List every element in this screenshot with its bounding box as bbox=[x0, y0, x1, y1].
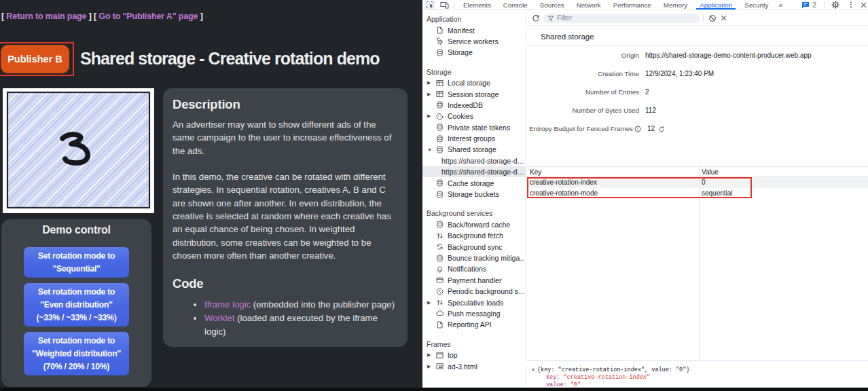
expand-triangle-icon[interactable]: ▶ bbox=[427, 352, 433, 358]
sidebar-item-local-storage[interactable]: ▶Local storage bbox=[422, 77, 526, 88]
expand-triangle-icon[interactable]: ▶ bbox=[427, 80, 433, 86]
close-devtools-icon[interactable] bbox=[858, 1, 868, 10]
publisher-a-link[interactable]: Go to "Publisher A" page bbox=[98, 12, 198, 21]
sidebar-item-push-messaging[interactable]: Push messaging bbox=[422, 308, 526, 319]
tab-elements[interactable]: Elements bbox=[457, 0, 497, 10]
sidebar-item-notifications[interactable]: Notifications bbox=[422, 263, 526, 274]
sidebar-item-payment-handler[interactable]: Payment handler bbox=[422, 275, 526, 286]
button-line: Set rotation mode to bbox=[26, 335, 126, 348]
sidebar-item-ad-3-html[interactable]: ▶ad-3.html bbox=[422, 360, 526, 371]
inspect-element-icon[interactable] bbox=[425, 1, 435, 10]
sidebar-item-session-storage[interactable]: ▶Session storage bbox=[422, 88, 526, 99]
collapse-triangle-icon[interactable]: ▼ bbox=[427, 147, 433, 152]
expand-triangle-icon[interactable]: ▶ bbox=[427, 300, 433, 305]
return-main-link[interactable]: Return to main page bbox=[6, 12, 86, 21]
clear-all-icon[interactable] bbox=[707, 13, 718, 24]
application-sidebar: ApplicationManifestService workersStorag… bbox=[422, 11, 526, 388]
entry-preview-pane: ▼ {key: "creative-rotation-index", value… bbox=[527, 360, 868, 388]
sidebar-item-periodic-background-s[interactable]: Periodic background s… bbox=[422, 286, 526, 297]
column-header-key[interactable]: Key bbox=[527, 167, 699, 176]
sidebar-item-cookies[interactable]: ▶Cookies bbox=[422, 111, 526, 122]
entry-key-cell[interactable]: creative-rotation-index bbox=[527, 177, 699, 188]
entry-value-cell[interactable]: sequential bbox=[699, 188, 736, 199]
sidebar-item-label: Notifications bbox=[448, 265, 524, 273]
sidebar-section-header: Frames bbox=[422, 339, 526, 350]
info-icon[interactable] bbox=[634, 126, 641, 132]
reset-budget-icon[interactable] bbox=[658, 126, 665, 132]
filter-box[interactable] bbox=[543, 14, 700, 23]
preview-property-key: key: "creative-rotation-index" bbox=[531, 374, 868, 381]
sidebar-item-speculative-loads[interactable]: ▶Speculative loads bbox=[422, 297, 526, 308]
issues-button[interactable]: 2 bbox=[797, 1, 820, 10]
shared-storage-report: Shared storage Originhttps://shared-stor… bbox=[527, 26, 868, 166]
sidebar-item-label: Bounce tracking mitiga… bbox=[448, 254, 524, 262]
device-toolbar-icon[interactable] bbox=[439, 1, 449, 10]
sidebar-item-back-forward-cache[interactable]: Back/forward cache bbox=[422, 219, 526, 230]
sidebar-item-cache-storage[interactable]: Cache storage bbox=[422, 177, 526, 188]
rotation-mode-button-0[interactable]: Set rotation mode to"Sequential" bbox=[24, 247, 129, 278]
bracket: [ bbox=[1, 12, 4, 21]
entry-key-cell[interactable]: creative-rotation-mode bbox=[527, 188, 699, 199]
sidebar-item-manifest[interactable]: Manifest bbox=[422, 24, 526, 35]
preview-summary-line[interactable]: ▼ {key: "creative-rotation-index", value… bbox=[531, 367, 868, 374]
expand-triangle-icon[interactable]: ▶ bbox=[427, 92, 433, 97]
code-link-iframe-logic[interactable]: Iframe logic bbox=[204, 299, 251, 310]
code-link-worklet[interactable]: Worklet bbox=[204, 313, 234, 323]
database-icon bbox=[436, 255, 444, 262]
delete-selected-icon[interactable] bbox=[718, 13, 729, 24]
sidebar-item-label: Push messaging bbox=[448, 310, 524, 318]
sidebar-item-label: Service workers bbox=[448, 37, 524, 45]
storage-entry-row-creative-rotation-mode[interactable]: creative-rotation-modesequential bbox=[527, 188, 868, 199]
sidebar-item-reporting-api[interactable]: Reporting API bbox=[422, 319, 526, 330]
settings-gear-icon[interactable] bbox=[831, 1, 840, 10]
filter-input[interactable] bbox=[557, 14, 695, 22]
tab-network[interactable]: Network bbox=[571, 0, 607, 10]
filter-funnel-icon bbox=[547, 15, 554, 22]
sidebar-item-indexeddb[interactable]: IndexedDB bbox=[422, 100, 526, 111]
sidebar-item-shared-storage[interactable]: ▼Shared storage bbox=[422, 144, 526, 155]
bracket: ] bbox=[200, 12, 203, 21]
sidebar-item-service-workers[interactable]: Service workers bbox=[422, 36, 526, 47]
sidebar-item-https-shared-storage-d[interactable]: https://shared-storage-d… bbox=[422, 166, 526, 177]
property-name: value: bbox=[546, 381, 571, 388]
sidebar-item-top[interactable]: ▶top bbox=[422, 350, 526, 360]
sidebar-item-bounce-tracking-mitiga[interactable]: Bounce tracking mitiga… bbox=[422, 253, 526, 263]
expand-triangle-icon[interactable]: ▼ bbox=[531, 367, 535, 374]
storage-items-grid: Key Value creative-rotation-index0creati… bbox=[527, 166, 868, 360]
sidebar-item-storage-buckets[interactable]: Storage buckets bbox=[422, 189, 526, 200]
sidebar-item-background-fetch[interactable]: Background fetch bbox=[422, 230, 526, 241]
sidebar-section-header: Application bbox=[422, 14, 526, 24]
sidebar-item-label: Storage bbox=[448, 48, 524, 56]
expand-triangle-icon[interactable]: ▶ bbox=[427, 364, 433, 369]
updown-icon bbox=[436, 232, 444, 240]
more-options-icon[interactable] bbox=[846, 1, 856, 10]
rotation-mode-button-2[interactable]: Set rotation mode to"Weighted distributi… bbox=[24, 332, 129, 375]
sidebar-item-background-sync[interactable]: Background sync bbox=[422, 241, 526, 252]
refresh-icon[interactable] bbox=[530, 13, 541, 24]
tab-security[interactable]: Security bbox=[738, 0, 774, 10]
page-title: Shared storage - Creative rotation demo bbox=[80, 49, 380, 69]
more-tabs-button[interactable]: » bbox=[775, 1, 787, 9]
column-header-value[interactable]: Value bbox=[699, 167, 721, 176]
property-name: key: bbox=[546, 374, 564, 381]
sidebar-item-interest-groups[interactable]: Interest groups bbox=[422, 133, 526, 144]
rotation-mode-button-1[interactable]: Set rotation mode to"Even distribution"(… bbox=[24, 283, 129, 327]
tab-performance[interactable]: Performance bbox=[607, 0, 657, 10]
tab-sources[interactable]: Sources bbox=[534, 0, 571, 10]
sidebar-item-storage[interactable]: Storage bbox=[422, 47, 526, 58]
sidebar-item-label: Interest groups bbox=[448, 134, 524, 143]
storage-entry-row-creative-rotation-index[interactable]: creative-rotation-index0 bbox=[527, 177, 868, 188]
tab-memory[interactable]: Memory bbox=[657, 0, 693, 10]
publisher-page: [ Return to main page ] [ Go to "Publish… bbox=[0, 0, 422, 388]
sidebar-item-private-state-tokens[interactable]: Private state tokens bbox=[422, 122, 526, 133]
shared-storage-title: Shared storage bbox=[527, 26, 868, 46]
button-line: Set rotation mode to bbox=[26, 250, 126, 263]
sidebar-item-https-shared-storage-d[interactable]: https://shared-storage-d… bbox=[422, 155, 526, 166]
expand-triangle-icon[interactable]: ▶ bbox=[427, 113, 433, 119]
issues-count: 2 bbox=[812, 1, 816, 9]
metadata-row-origin: Originhttps://shared-storage-demo-conten… bbox=[527, 46, 868, 64]
tab-console[interactable]: Console bbox=[497, 0, 534, 10]
entry-value-cell[interactable]: 0 bbox=[699, 177, 708, 188]
tab-application[interactable]: Application bbox=[693, 0, 738, 10]
publisher-b-button[interactable]: Publisher B bbox=[1, 45, 69, 73]
